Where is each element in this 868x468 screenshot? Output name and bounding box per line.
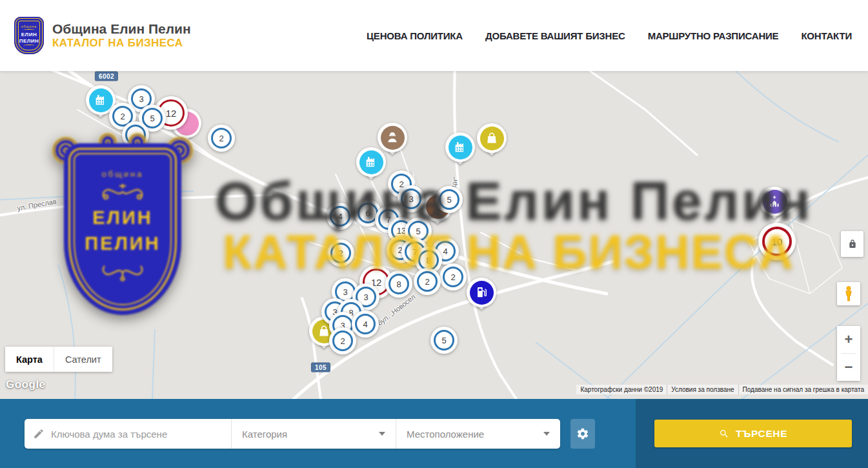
site-header: община ЕЛИН ПЕЛИН Община Елин Пелин КАТА… xyxy=(0,0,868,71)
google-map[interactable]: 6002105ул. Преславбул. „Новоселци“ 32125… xyxy=(0,71,868,399)
main-nav: ЦЕНОВА ПОЛИТИКА ДОБАВЕТЕ ВАШИЯТ БИЗНЕС М… xyxy=(367,30,852,41)
attribution-terms-link[interactable]: Условия за ползване xyxy=(667,385,738,394)
map-cluster-marker[interactable]: 10 xyxy=(758,223,796,260)
cluster-count: 2 xyxy=(450,272,455,282)
gear-icon xyxy=(576,427,589,440)
nav-add-your-business[interactable]: ДОБАВЕТЕ ВАШИЯТ БИЗНЕС xyxy=(485,30,625,41)
cluster-count: 8 xyxy=(426,256,430,265)
cluster-count: 4 xyxy=(363,320,367,329)
factory-icon xyxy=(449,136,472,159)
factory-icon xyxy=(359,150,383,174)
factory-pin[interactable] xyxy=(445,132,475,162)
search-button-label: ТЪРСЕНЕ xyxy=(736,428,787,440)
municipality-crest-logo: община ЕЛИН ПЕЛИН xyxy=(14,17,44,54)
cluster-count: 5 xyxy=(150,114,154,123)
map-cluster-marker[interactable]: 2 xyxy=(414,268,441,295)
cluster-count: 3 xyxy=(363,292,368,302)
pencil-icon xyxy=(33,428,45,440)
pegman-icon xyxy=(842,285,856,302)
site-title: Община Елин Пелин xyxy=(52,21,191,37)
cluster-count: 2 xyxy=(425,277,429,287)
church-pin[interactable] xyxy=(760,187,789,216)
chevron-down-icon xyxy=(543,432,550,436)
crest-caption: община xyxy=(21,25,37,28)
map-type-satellite-button[interactable]: Сателит xyxy=(54,347,112,372)
zoom-control: + − xyxy=(837,326,860,381)
map-cluster-marker[interactable]: 4 xyxy=(327,203,354,230)
nav-pricing-policy[interactable]: ЦЕНОВА ПОЛИТИКА xyxy=(367,30,463,41)
site-logo[interactable]: община ЕЛИН ПЕЛИН Община Елин Пелин КАТА… xyxy=(14,17,191,54)
factory-pin[interactable] xyxy=(356,147,386,177)
worker-icon xyxy=(381,126,405,150)
map-cluster-marker[interactable] xyxy=(122,121,149,148)
lock-control-button[interactable] xyxy=(841,231,863,257)
cluster-count: 4 xyxy=(443,247,447,256)
fuel-pin[interactable] xyxy=(467,278,496,307)
cluster-count: 8 xyxy=(396,280,401,289)
cluster-count: 2 xyxy=(219,134,223,143)
chevron-down-icon xyxy=(379,432,385,436)
search-icon xyxy=(719,429,729,439)
google-logo[interactable]: Google xyxy=(6,378,46,391)
location-select-value: Местоположение xyxy=(407,429,484,440)
cluster-count: 5 xyxy=(441,336,446,345)
cluster-count: 4 xyxy=(338,212,342,221)
cluster-count: 10 xyxy=(772,236,783,247)
fuel-icon xyxy=(470,281,494,305)
keyword-field xyxy=(25,419,231,449)
cluster-count: 3 xyxy=(343,287,347,297)
map-type-map-button[interactable]: Карта xyxy=(5,347,54,372)
cluster-count: 6 xyxy=(365,209,370,218)
category-select-value: Категория xyxy=(242,429,287,440)
cluster-count: 5 xyxy=(447,195,451,205)
map-cluster-marker[interactable]: 3 xyxy=(398,185,425,212)
map-cluster-marker[interactable]: 2 xyxy=(439,263,467,290)
search-bar: ТЪРСЕНЕ Категория Местоположение xyxy=(0,399,868,468)
map-cluster-marker[interactable]: 4 xyxy=(352,310,379,338)
search-fields-group: Категория Местоположение xyxy=(25,419,560,449)
lock-icon xyxy=(847,239,858,249)
attribution-report-error-link[interactable]: Подаване на сигнал за грешка в картата xyxy=(738,385,868,394)
zoom-out-button[interactable]: − xyxy=(837,354,860,381)
shopping-bag-icon xyxy=(480,127,504,150)
search-keyword-input[interactable] xyxy=(51,429,223,440)
crest-name-line1: ЕЛИН xyxy=(21,32,37,37)
map-type-control: Карта Сателит xyxy=(5,347,112,372)
search-bar-right-panel: ТЪРСЕНЕ xyxy=(636,399,868,468)
cluster-count: 2 xyxy=(120,112,125,121)
map-attribution: Картографски данни ©2019 Условия за полз… xyxy=(576,385,868,394)
cluster-count: 3 xyxy=(409,194,413,204)
nav-route-schedule[interactable]: МАРШРУТНО РАЗПИСАНИЕ xyxy=(648,30,779,41)
church-icon xyxy=(763,190,787,214)
crest-name-line2: ПЕЛИН xyxy=(19,38,39,44)
map-cluster-marker[interactable]: 2 xyxy=(208,125,235,152)
street-view-pegman-button[interactable] xyxy=(837,282,860,305)
cluster-count: 2 xyxy=(340,336,345,346)
shopping-bag-pin[interactable] xyxy=(477,123,507,153)
map-cluster-marker[interactable]: 8 xyxy=(385,270,412,298)
map-cluster-marker[interactable]: 2 xyxy=(327,239,354,267)
map-cluster-marker[interactable]: 2 xyxy=(329,327,356,354)
factory-icon xyxy=(89,88,113,112)
crest-ornament xyxy=(23,29,35,31)
page: община ЕЛИН ПЕЛИН Община Елин Пелин КАТА… xyxy=(0,0,868,468)
crest-ornament xyxy=(23,45,35,46)
attribution-copyright: Картографски данни ©2019 xyxy=(576,385,667,394)
zoom-in-button[interactable]: + xyxy=(837,326,860,353)
cluster-count: 2 xyxy=(338,249,343,258)
cluster-count: 12 xyxy=(166,108,177,119)
location-select[interactable]: Местоположение xyxy=(396,419,560,449)
map-cluster-marker[interactable]: 5 xyxy=(430,327,458,354)
cluster-count: 5 xyxy=(416,227,420,236)
site-subtitle: КАТАЛОГ НА БИЗНЕСА xyxy=(52,37,191,50)
map-cluster-marker[interactable]: 5 xyxy=(436,186,463,213)
nav-contacts[interactable]: КОНТАКТИ xyxy=(801,30,852,41)
category-select[interactable]: Категория xyxy=(231,419,396,449)
search-button[interactable]: ТЪРСЕНЕ xyxy=(654,420,852,447)
cluster-count: 3 xyxy=(139,94,143,104)
advanced-search-settings-button[interactable] xyxy=(570,419,595,449)
